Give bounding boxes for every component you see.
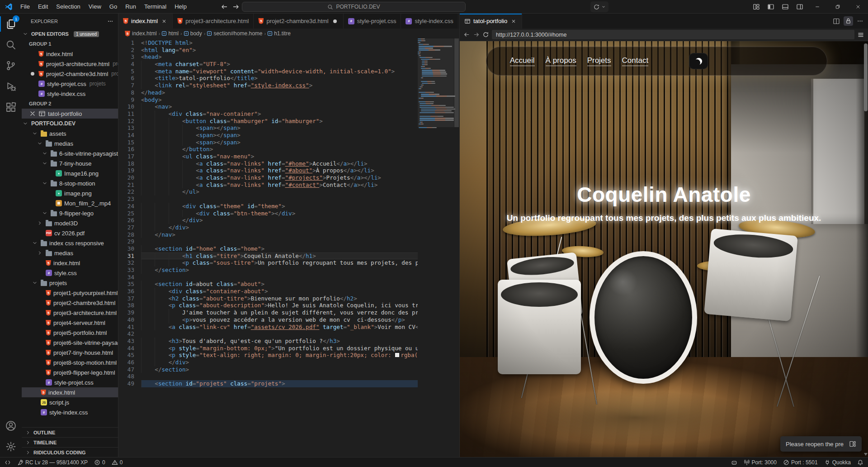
menu-view[interactable]: View bbox=[85, 0, 105, 13]
status-broadcast[interactable]: Port: 3000 bbox=[744, 459, 777, 466]
status-warning[interactable]: 0 bbox=[112, 459, 123, 466]
tree-item-index-html[interactable]: 5index.html bbox=[22, 258, 118, 268]
toggle-panel-icon[interactable] bbox=[778, 0, 793, 14]
chevron-down-icon[interactable] bbox=[36, 140, 43, 147]
breadcrumb-item[interactable]: html bbox=[162, 30, 179, 37]
close-editor-icon[interactable] bbox=[29, 110, 36, 117]
editor-scrollbar[interactable] bbox=[454, 38, 459, 457]
browser-reload-icon[interactable] bbox=[482, 31, 489, 38]
tree-item-projet3-architecture-html[interactable]: 5projet3-architecture.html bbox=[22, 308, 118, 318]
minimap[interactable] bbox=[418, 38, 454, 457]
customize-layout-icon[interactable] bbox=[749, 0, 764, 14]
tree-item-medias[interactable]: medias bbox=[22, 138, 118, 148]
tree-item-cv-2026-pdf[interactable]: PDFcv 2026.pdf bbox=[22, 228, 118, 238]
menu-terminal[interactable]: Terminal bbox=[140, 0, 170, 13]
chevron-down-icon[interactable] bbox=[22, 30, 29, 38]
site-nav-projets[interactable]: Projets bbox=[587, 56, 611, 66]
activity-source-control[interactable] bbox=[0, 55, 22, 76]
menu-go[interactable]: Go bbox=[105, 0, 121, 13]
section-ridiculous-coding[interactable]: RIDICULOUS CODING bbox=[22, 447, 118, 457]
breadcrumb-item[interactable]: h1.titre bbox=[268, 30, 291, 37]
activity-run-debug[interactable] bbox=[0, 76, 22, 97]
explorer-more-actions-icon[interactable] bbox=[107, 18, 113, 24]
notification-toast[interactable]: Please reopen the pre bbox=[780, 436, 862, 452]
menu-selection[interactable]: Selection bbox=[52, 0, 84, 13]
menu-help[interactable]: Help bbox=[170, 0, 191, 13]
breadcrumb-item[interactable]: section#home.home bbox=[207, 30, 262, 37]
open-editor-tatol-portfolio[interactable]: tatol-portfolio bbox=[22, 109, 118, 119]
tree-item-assets[interactable]: assets bbox=[22, 129, 118, 138]
tree-item-projet4-serveur-html[interactable]: 5projet4-serveur.html bbox=[22, 318, 118, 328]
browser-forward-icon[interactable] bbox=[473, 31, 480, 38]
tree-item-mon-film-2-mp4[interactable]: ▤Mon_film_2_.mp4 bbox=[22, 198, 118, 208]
site-scrollbar-arrow[interactable] bbox=[864, 453, 868, 456]
tab-index.html[interactable]: 5index.html bbox=[118, 14, 173, 29]
tree-item-model3d[interactable]: model3D bbox=[22, 218, 118, 228]
restore-button[interactable] bbox=[827, 0, 848, 14]
open-editors-header[interactable]: OPEN EDITORS1 unsaved bbox=[22, 29, 118, 39]
browser-back-icon[interactable] bbox=[463, 31, 470, 38]
minimize-button[interactable] bbox=[807, 0, 827, 14]
status-rocket[interactable]: RC Lv 28 — 958/1400 XP bbox=[17, 459, 88, 466]
chevron-down-icon[interactable] bbox=[22, 120, 29, 127]
tree-item-projets[interactable]: projets bbox=[22, 278, 118, 288]
tree-item-index-css-responsive[interactable]: index css responsive bbox=[22, 238, 118, 248]
tree-item-index-html[interactable]: 5index.html bbox=[22, 387, 118, 397]
status-remote[interactable] bbox=[5, 459, 11, 466]
status-bell[interactable] bbox=[857, 459, 863, 466]
status-copilot[interactable] bbox=[731, 459, 737, 466]
open-editor-projet3-architecture.html[interactable]: 5projet3-architecture.htmlprojets bbox=[22, 59, 118, 69]
menu-edit[interactable]: Edit bbox=[34, 0, 52, 13]
forward-arrow-icon[interactable] bbox=[232, 3, 240, 10]
tree-item-style-index-css[interactable]: #style-index.css bbox=[22, 407, 118, 417]
copilot-button[interactable] bbox=[590, 1, 609, 12]
command-center-search[interactable]: PORTFOLIO.DEV bbox=[242, 2, 466, 12]
tab-style-index.css[interactable]: #style-index.css bbox=[401, 14, 458, 29]
tree-item-medias[interactable]: medias bbox=[22, 248, 118, 258]
chevron-down-icon[interactable] bbox=[41, 160, 48, 167]
back-arrow-icon[interactable] bbox=[221, 3, 228, 10]
tab-style-projet.css[interactable]: #style-projet.css bbox=[344, 14, 401, 29]
breadcrumb-item[interactable]: body bbox=[184, 30, 202, 37]
tree-item-projet1-putyourpixel-html[interactable]: 5projet1-putyourpixel.html bbox=[22, 288, 118, 298]
tree-item-projet9-flipper-lego-html[interactable]: 5projet9-flipper-lego.html bbox=[22, 367, 118, 377]
breadcrumb-item[interactable]: 5index.html bbox=[125, 30, 157, 37]
site-scrollbar-thumb[interactable] bbox=[864, 43, 868, 111]
status-blocked[interactable]: Port : 5501 bbox=[783, 459, 818, 466]
lock-group-icon[interactable] bbox=[844, 16, 853, 26]
site-nav-accueil[interactable]: Accueil bbox=[510, 56, 535, 66]
activity-explorer[interactable]: 1 bbox=[0, 14, 22, 34]
url-input[interactable]: http://127.0.0.1:3000/#home bbox=[492, 30, 854, 39]
chevron-down-icon[interactable] bbox=[31, 279, 38, 286]
breadcrumb[interactable]: 5index.html›html›body›section#home.home›… bbox=[118, 29, 459, 38]
open-editor-index.html[interactable]: 5index.html bbox=[22, 49, 118, 59]
split-editor-icon[interactable] bbox=[833, 18, 840, 25]
chevron-down-icon[interactable] bbox=[41, 150, 48, 157]
tree-item-projet7-tiny-house-html[interactable]: 5projet7-tiny-house.html bbox=[22, 348, 118, 357]
website-preview[interactable]: AccueilÀ proposProjetsContact Coquelin A… bbox=[460, 41, 868, 457]
tree-item-8-stop-motion[interactable]: 8-stop-motion bbox=[22, 178, 118, 188]
chevron-right-icon[interactable] bbox=[36, 249, 43, 257]
editor-scrollbar-thumb[interactable] bbox=[454, 38, 459, 127]
tree-item-6-site-vitrine-paysagiste[interactable]: 6-site-vitrine-paysagiste bbox=[22, 148, 118, 158]
activity-extensions[interactable] bbox=[0, 97, 22, 118]
activity-account[interactable] bbox=[0, 415, 22, 436]
tab-projet3-architecture.html[interactable]: 5projet3-architecture.html bbox=[173, 14, 254, 29]
code-editor[interactable]: 1234567891011121314151617181920212223242… bbox=[118, 38, 459, 457]
tree-item-projet8-stop-motion-html[interactable]: 5projet8-stop-motion.html bbox=[22, 357, 118, 367]
site-nav-contact[interactable]: Contact bbox=[622, 56, 649, 66]
minimap-slider[interactable] bbox=[418, 38, 454, 127]
tree-item-9-flipper-lego[interactable]: 9-flipper-lego bbox=[22, 208, 118, 218]
chevron-down-icon[interactable] bbox=[31, 130, 38, 137]
tab-projet2-chambre3d.html[interactable]: 5projet2-chambre3d.html bbox=[254, 14, 343, 29]
tree-item-7-tiny-house[interactable]: 7-tiny-house bbox=[22, 158, 118, 168]
tree-item-projet5-portfolio-html[interactable]: 5projet5-portfolio.html bbox=[22, 328, 118, 338]
tree-item-script-js[interactable]: JSscript.js bbox=[22, 397, 118, 407]
tree-item-projet2-chambre3d-html[interactable]: 5projet2-chambre3d.html bbox=[22, 298, 118, 308]
site-nav-à-propos[interactable]: À propos bbox=[546, 56, 576, 66]
open-editor-style-projet.css[interactable]: #style-projet.cssprojets bbox=[22, 79, 118, 89]
toggle-secondary-sidebar-icon[interactable] bbox=[793, 0, 807, 14]
tree-item-projet6-site-vitrine-paysagiste-html[interactable]: 5projet6-site-vitrine-paysagiste.html bbox=[22, 338, 118, 348]
tree-item-image16-png[interactable]: ▲Image16.png bbox=[22, 168, 118, 178]
tree-item-image-png[interactable]: ▲image.png bbox=[22, 188, 118, 198]
